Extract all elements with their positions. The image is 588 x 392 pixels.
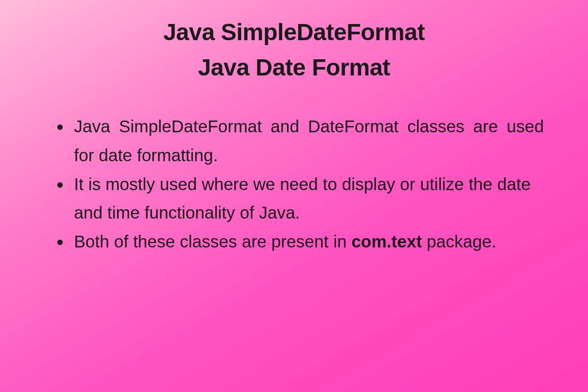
title-block: Java SimpleDateFormat Java Date Format	[69, 15, 519, 85]
bullet-item: Java SimpleDateFormat and DateFormat cla…	[71, 112, 544, 170]
bullet-text: It is mostly used where we need to displ…	[74, 174, 531, 222]
bullet-text-pre: Both of these classes are present in	[74, 232, 351, 251]
slide-container: Java SimpleDateFormat Java Date Format J…	[0, 0, 588, 256]
title-line-2: Java Date Format	[69, 50, 519, 85]
title-line-1: Java SimpleDateFormat	[69, 15, 519, 50]
bullet-item: It is mostly used where we need to displ…	[71, 170, 544, 228]
bullet-text-post: package.	[422, 232, 496, 251]
bullet-text-bold: com.text	[351, 232, 422, 251]
bullet-item: Both of these classes are present in com…	[71, 227, 544, 256]
bullet-list: Java SimpleDateFormat and DateFormat cla…	[44, 112, 544, 256]
bullet-text: Java SimpleDateFormat and DateFormat cla…	[74, 117, 544, 165]
